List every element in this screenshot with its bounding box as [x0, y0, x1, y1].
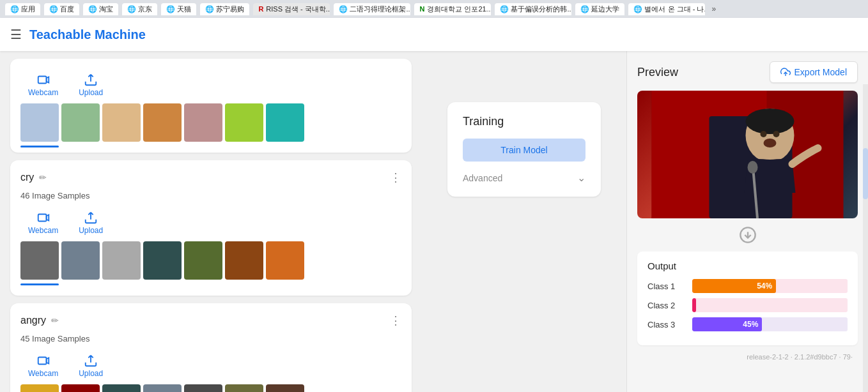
browser-tab-jd[interactable]: 🌐 京东 — [122, 3, 157, 15]
browser-tab-taobao[interactable]: 🌐 淘宝 — [83, 3, 118, 15]
class-name-angry: angry — [20, 315, 46, 326]
webcam-label-angry: Webcam — [28, 369, 58, 378]
output-row-class3: Class 3 45% — [647, 317, 848, 331]
browser-tab-drama[interactable]: 🌐 별에서 온 그대 - 나... — [628, 3, 705, 15]
browser-tab-baidu[interactable]: 🌐 百度 — [44, 3, 79, 15]
class-card-cry: cry ✏ ⋮ 46 Image Samples Webcam — [10, 160, 412, 296]
class3-percentage: 45% — [743, 320, 758, 329]
class-name-cry: cry — [20, 172, 34, 183]
browser-tab-tianmao[interactable]: 🌐 天猫 — [161, 3, 196, 15]
class1-percentage: 54% — [757, 282, 772, 290]
output-section: Output Class 1 54% Class 2 — [637, 252, 858, 345]
upload-button-cry[interactable]: Upload — [71, 207, 111, 239]
class1-bar-container: 54% — [692, 279, 848, 293]
cry-image-strip — [20, 241, 401, 280]
browser-tab-kyunghee[interactable]: N 경희대학교 인포21... — [414, 3, 491, 15]
train-model-button[interactable]: Train Model — [463, 139, 585, 162]
output-row-class1: Class 1 54% — [647, 279, 848, 293]
more-tabs-indicator[interactable]: » — [711, 4, 716, 13]
version-text: release-2-1-2 · 2.1.2#d9bbc7 · 79· — [637, 353, 858, 361]
svg-rect-1 — [38, 215, 46, 222]
browser-tab-riss[interactable]: R RISS 검색 - 국내학... — [253, 3, 330, 15]
scroll-indicator-happy — [20, 146, 59, 147]
preview-panel: Preview Export Model — [626, 51, 868, 392]
svg-rect-2 — [38, 358, 46, 365]
preview-image — [637, 91, 858, 218]
svg-point-8 — [746, 109, 794, 134]
browser-tab-error[interactable]: 🌐 基于偏误分析的韩... — [495, 3, 571, 15]
upload-button-angry[interactable]: Upload — [71, 350, 111, 382]
scroll-indicator-cry — [20, 283, 59, 285]
advanced-label: Advanced — [463, 173, 502, 183]
svg-rect-0 — [38, 77, 46, 84]
angry-image-strip — [20, 384, 401, 392]
sample-count-cry: 46 Image Samples — [20, 191, 401, 200]
menu-icon[interactable]: ☰ — [10, 27, 22, 42]
export-model-button[interactable]: Export Model — [770, 61, 858, 83]
class-card-angry: angry ✏ ⋮ 45 Image Samples Webcam — [10, 303, 412, 392]
class2-bar-container — [692, 298, 848, 312]
output-row-class2: Class 2 — [647, 298, 848, 312]
output-title: Output — [647, 260, 848, 271]
browser-bar: 🌐 应用 🌐 百度 🌐 淘宝 🌐 京东 🌐 天猫 🌐 苏宁易购 R RISS 검… — [0, 0, 868, 18]
preview-image-container — [637, 91, 858, 218]
svg-point-11 — [761, 131, 767, 137]
upload-label-angry: Upload — [79, 369, 103, 378]
advanced-row[interactable]: Advanced ⌄ — [463, 172, 585, 184]
edit-icon-cry[interactable]: ✏ — [39, 172, 47, 183]
scrollbar-track[interactable] — [863, 84, 868, 392]
training-panel: Training Train Model Advanced ⌄ — [422, 51, 626, 392]
webcam-button-happy[interactable]: Webcam — [20, 69, 66, 101]
webcam-button-cry[interactable]: Webcam — [20, 207, 66, 239]
export-button-label: Export Model — [794, 67, 847, 77]
training-title: Training — [463, 115, 585, 128]
class3-bar-container: 45% — [692, 317, 848, 331]
webcam-button-angry[interactable]: Webcam — [20, 350, 66, 382]
class3-bar: 45% — [692, 317, 762, 331]
class3-label: Class 3 — [647, 320, 686, 329]
more-options-cry[interactable]: ⋮ — [390, 170, 401, 185]
svg-point-10 — [748, 161, 758, 174]
preview-title: Preview — [637, 66, 678, 79]
app-header: ☰ Teachable Machine — [0, 18, 868, 51]
down-arrow-indicator — [637, 226, 858, 244]
sample-count-angry: 45 Image Samples — [20, 334, 401, 343]
upload-button-happy[interactable]: Upload — [71, 69, 111, 101]
svg-point-12 — [773, 131, 780, 137]
more-options-angry[interactable]: ⋮ — [390, 313, 401, 328]
browser-tab-suning[interactable]: 🌐 苏宁易购 — [200, 3, 249, 15]
scrollbar-thumb[interactable] — [863, 148, 868, 199]
svg-point-13 — [764, 139, 777, 147]
browser-tab-yanbian[interactable]: 🌐 延边大学 — [575, 3, 624, 15]
chevron-down-icon: ⌄ — [577, 172, 585, 184]
app-title: Teachable Machine — [29, 27, 146, 42]
webcam-label-cry: Webcam — [28, 226, 58, 235]
class2-bar — [692, 298, 696, 312]
preview-header: Preview Export Model — [637, 61, 858, 83]
class1-label: Class 1 — [647, 282, 686, 291]
browser-tab-apps[interactable]: 🌐 应用 — [5, 3, 40, 15]
happy-image-strip — [20, 103, 401, 142]
webcam-label-happy: Webcam — [28, 88, 58, 97]
class1-bar: 54% — [692, 279, 776, 293]
upload-label-cry: Upload — [79, 226, 103, 235]
browser-tab-lang[interactable]: 🌐 二语习得理论框架... — [334, 3, 410, 15]
edit-icon-angry[interactable]: ✏ — [51, 315, 59, 326]
training-card: Training Train Model Advanced ⌄ — [447, 102, 601, 197]
upload-cloud-icon — [780, 67, 791, 77]
upload-label-happy: Upload — [79, 88, 103, 97]
preview-svg — [637, 91, 858, 218]
class-card-happy: Webcam Upload — [10, 59, 412, 153]
classes-panel: Webcam Upload — [0, 51, 422, 392]
class2-label: Class 2 — [647, 301, 686, 310]
